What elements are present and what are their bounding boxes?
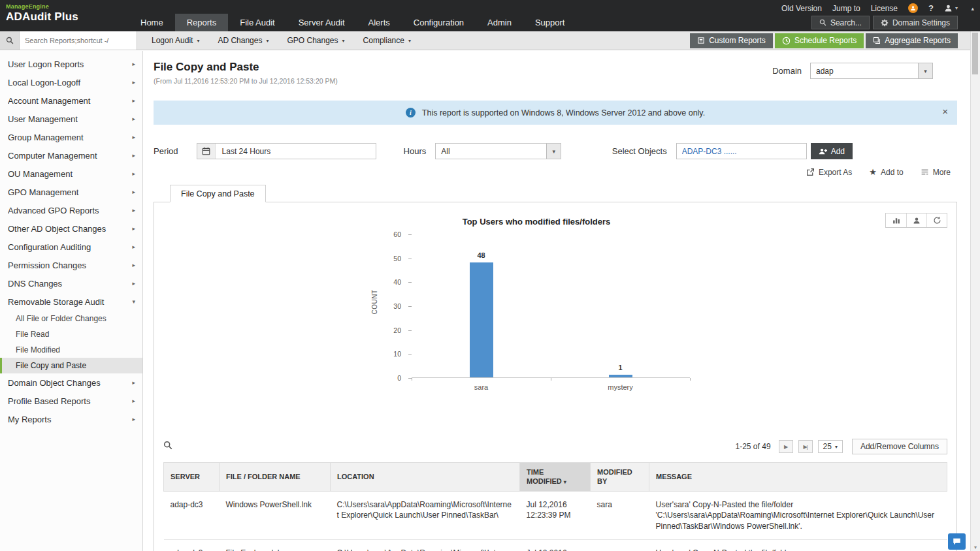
page-size-select[interactable]: 25 ▾	[818, 440, 843, 453]
close-icon[interactable]: ×	[942, 106, 948, 116]
topbar-right: Old VersionJump toLicense ? ▾ Search... …	[781, 0, 980, 29]
nav-server-audit[interactable]: Server Audit	[287, 14, 357, 31]
chat-icon	[952, 537, 962, 546]
tab-file-copy-and-paste[interactable]: File Copy and Paste	[170, 185, 266, 202]
chevron-right-icon: ▸	[132, 170, 135, 177]
feedback-icon[interactable]	[908, 3, 918, 13]
sidebar-item-dns-changes[interactable]: DNS Changes▸	[0, 274, 142, 292]
chart-bar[interactable]	[470, 262, 493, 377]
custom-reports-button[interactable]: Custom Reports	[690, 33, 773, 48]
sidebar-subitem-file-read[interactable]: File Read	[0, 326, 142, 342]
sidebar-item-ou-management[interactable]: OU Management▸	[0, 165, 142, 183]
chevron-down-icon: ▾	[408, 38, 411, 44]
period-input[interactable]: Last 24 Hours	[197, 143, 376, 159]
menu-compliance[interactable]: Compliance▾	[354, 31, 420, 50]
column-header-time-modified[interactable]: TIME MODIFIED▾	[520, 463, 591, 492]
next-page-button[interactable]: ▶	[779, 440, 793, 453]
sidebar-item-permission-changes[interactable]: Permission Changes▸	[0, 256, 142, 274]
menu-logon-audit[interactable]: Logon Audit▾	[142, 31, 208, 50]
nav-configuration[interactable]: Configuration	[402, 14, 476, 31]
add-remove-columns-button[interactable]: Add/Remove Columns	[852, 439, 947, 454]
user-menu[interactable]: ▾	[944, 4, 958, 12]
y-tick-mark	[408, 259, 412, 259]
nav-support[interactable]: Support	[523, 14, 577, 31]
sidebar-item-other-ad-object-changes[interactable]: Other AD Object Changes▸	[0, 219, 142, 238]
report-search-icon[interactable]	[0, 31, 20, 50]
chevron-down-icon: ▾	[266, 38, 269, 44]
sidebar-item-local-logon-logoff[interactable]: Local Logon-Logoff▸	[0, 73, 142, 91]
search-button[interactable]: Search...	[811, 16, 870, 29]
toplink-license[interactable]: License	[871, 4, 898, 13]
column-header-file-folder-name[interactable]: FILE / FOLDER NAME	[220, 463, 331, 492]
sidebar-item-advanced-gpo-reports[interactable]: Advanced GPO Reports▸	[0, 201, 142, 219]
sidebar-item-label: Account Management	[8, 96, 132, 106]
sidebar-item-removable-storage-audit[interactable]: Removable Storage Audit▾	[0, 292, 142, 311]
sidebar-item-my-reports[interactable]: My Reports▸	[0, 410, 142, 428]
more-label: More	[933, 168, 951, 177]
sidebar-subitem-file-modified[interactable]: File Modified	[0, 342, 142, 358]
column-header-message[interactable]: MESSAGE	[649, 463, 947, 492]
search-button-label: Search...	[830, 18, 862, 27]
chart-bar[interactable]	[609, 375, 632, 377]
toplink-jump-to[interactable]: Jump to	[832, 4, 860, 13]
sidebar-item-user-logon-reports[interactable]: User Logon Reports▸	[0, 55, 142, 73]
add-button[interactable]: Add	[811, 143, 853, 159]
column-header-location[interactable]: LOCATION	[331, 463, 520, 492]
add-to-link[interactable]: ★ Add to	[869, 167, 903, 177]
sidebar-item-label: GPO Management	[8, 187, 132, 197]
select-objects-group: Select Objects Add	[612, 143, 853, 159]
aggregate-reports-button[interactable]: Aggregate Reports	[866, 33, 958, 48]
domain-select[interactable]: adap ▾	[810, 63, 933, 79]
sidebar-subitem-all-file-or-folder-changes[interactable]: All File or Folder Changes	[0, 311, 142, 326]
chevron-right-icon: ▸	[132, 244, 135, 250]
sidebar-item-account-management[interactable]: Account Management▸	[0, 91, 142, 110]
sidebar-item-computer-management[interactable]: Computer Management▸	[0, 146, 142, 165]
report-table: SERVERFILE / FOLDER NAMELOCATIONTIME MOD…	[163, 462, 947, 551]
page-scrollbar[interactable]: ▾	[970, 31, 980, 551]
nav-admin[interactable]: Admin	[476, 14, 523, 31]
chart-type-icon[interactable]	[886, 213, 906, 227]
refresh-icon[interactable]	[926, 213, 947, 227]
nav-alerts[interactable]: Alerts	[357, 14, 402, 31]
sidebar-item-gpo-management[interactable]: GPO Management▸	[0, 183, 142, 201]
x-tick-label: sara	[455, 383, 508, 391]
schedule-reports-button[interactable]: Schedule Reports	[775, 33, 864, 48]
last-page-button[interactable]: ▶|	[798, 440, 813, 453]
table-search-icon[interactable]	[163, 441, 172, 452]
nav-home[interactable]: Home	[129, 14, 175, 31]
column-header-modified-by[interactable]: MODIFIED BY	[591, 463, 649, 492]
user-filter-icon[interactable]	[906, 213, 926, 227]
menu-ad-changes[interactable]: AD Changes▾	[208, 31, 278, 50]
domain-settings-button[interactable]: Domain Settings	[873, 16, 958, 29]
report-panel: Top Users who modified files/folders COU…	[154, 202, 957, 551]
toplink-old-version[interactable]: Old Version	[781, 4, 822, 13]
cell-message: User'sara' Copy-N-Pasted the file/folder…	[649, 491, 947, 540]
topbar-links: Old VersionJump toLicense	[781, 4, 898, 13]
report-search-input[interactable]	[20, 31, 137, 50]
sidebar-item-label: User Logon Reports	[8, 59, 132, 69]
table-toolbar: 1-25 of 49 ▶ ▶| 25 ▾ Add/Remove Columns	[154, 431, 956, 462]
help-icon[interactable]: ?	[928, 3, 934, 13]
more-link[interactable]: More	[921, 168, 951, 177]
column-header-server[interactable]: SERVER	[164, 463, 220, 492]
sidebar-item-profile-based-reports[interactable]: Profile Based Reports▸	[0, 392, 142, 410]
sidebar-item-domain-object-changes[interactable]: Domain Object Changes▸	[0, 373, 142, 392]
menu-gpo-changes[interactable]: GPO Changes▾	[278, 31, 353, 50]
nav-file-audit[interactable]: File Audit	[228, 14, 286, 31]
schedule-reports-label: Schedule Reports	[794, 36, 857, 45]
sidebar-item-configuration-auditing[interactable]: Configuration Auditing▸	[0, 238, 142, 256]
chat-support-button[interactable]	[948, 533, 966, 550]
sidebar-subitem-file-copy-and-paste[interactable]: File Copy and Paste	[0, 358, 142, 373]
hours-select[interactable]: All ▾	[435, 143, 561, 159]
select-objects-input[interactable]	[676, 143, 807, 159]
scrollbar-thumb[interactable]	[972, 33, 978, 74]
scroll-down-icon[interactable]: ▾	[971, 544, 980, 550]
export-icon	[806, 168, 815, 176]
collapse-header-icon[interactable]: ▴	[971, 5, 974, 12]
cell-file-folder-name: File Explorer.lnk	[220, 540, 331, 551]
calendar-icon[interactable]	[197, 144, 216, 159]
sidebar-item-user-management[interactable]: User Management▸	[0, 110, 142, 128]
sidebar-item-group-management[interactable]: Group Management▸	[0, 128, 142, 146]
nav-reports[interactable]: Reports	[175, 14, 229, 31]
export-as-link[interactable]: Export As	[806, 168, 852, 177]
